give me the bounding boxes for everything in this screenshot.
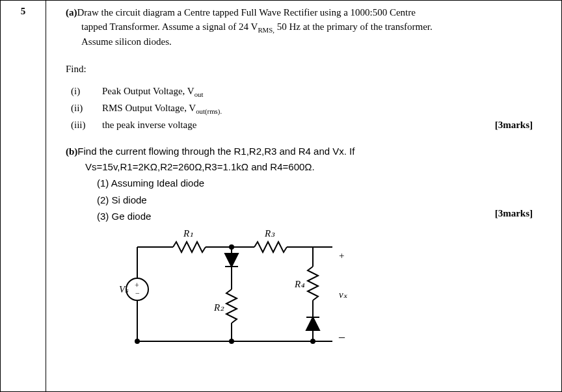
item-ii-text-a: RMS Output Voltage, V	[102, 103, 196, 113]
label-vs: Vₛ	[119, 284, 129, 294]
part-a-line2-prefix: tapped Transformer. Assume a signal of 2…	[81, 21, 258, 32]
part-b-line1: (b)Find the current flowing through the …	[66, 144, 548, 159]
find-label: Find:	[66, 62, 548, 77]
question-content: (a)Draw the circuit diagram a Centre tap…	[46, 1, 561, 391]
circuit-svg: + −	[118, 228, 365, 351]
label-minus: _	[338, 326, 345, 339]
part-b-label: (b)	[66, 146, 77, 157]
part-b-opt3: (3) Ge diode	[66, 208, 548, 225]
part-a: (a)Draw the circuit diagram a Centre tap…	[66, 6, 548, 133]
item-i: (i) Peak Output Voltage, Vout	[66, 83, 548, 100]
part-a-marks: [3marks]	[495, 117, 533, 133]
item-i-sub: out	[194, 90, 204, 98]
part-b-marks: [3marks]	[495, 208, 533, 219]
part-b-opt1: (1) Assuming Ideal diode	[66, 175, 548, 192]
item-ii-text: RMS Output Voltage, Vout(rms).	[102, 100, 222, 117]
item-ii: (ii) RMS Output Voltage, Vout(rms).	[66, 100, 548, 117]
label-vx: vₓ	[339, 289, 348, 300]
svg-point-18	[135, 339, 139, 343]
part-a-line1: Draw the circuit diagram a Centre tapped…	[77, 7, 416, 18]
part-a-text: (a)Draw the circuit diagram a Centre tap…	[66, 6, 548, 20]
question-container: 5 (a)Draw the circuit diagram a Centre t…	[0, 0, 562, 392]
label-r1: R₁	[183, 228, 193, 239]
part-a-line2-suffix: 50 Hz at the primary of the transformer.	[274, 21, 433, 32]
roman-i: (i)	[71, 83, 102, 100]
question-number: 5	[21, 6, 26, 16]
svg-marker-9	[306, 317, 319, 330]
roman-iii: (iii)	[71, 117, 102, 133]
part-a-label: (a)	[66, 7, 77, 18]
part-a-line3: Assume silicon diodes.	[66, 35, 548, 49]
item-iii-text: the peak inverse voltage	[102, 117, 196, 133]
item-ii-sub: out(rms).	[196, 107, 222, 115]
item-i-text: Peak Output Voltage, Vout	[102, 83, 203, 100]
roman-ii: (ii)	[71, 100, 102, 117]
label-r4: R₄	[294, 279, 305, 289]
part-b-line2: Vs=15v,R1=2KΩ,R2=260Ω,R3=1.1kΩ and R4=60…	[66, 159, 548, 175]
svg-marker-20	[225, 254, 238, 267]
part-b: (b)Find the current flowing through the …	[66, 144, 548, 353]
part-b-line1-text: Find the current flowing through the R1,…	[77, 146, 355, 157]
svg-point-24	[230, 339, 234, 343]
part-a-line2: tapped Transformer. Assume a signal of 2…	[66, 20, 548, 36]
label-r3: R₃	[264, 228, 275, 239]
circuit-diagram: + −	[66, 228, 548, 354]
item-iii: (iii) the peak inverse voltage [3marks]	[66, 117, 548, 133]
part-a-line2-sub: RMS,	[258, 26, 274, 34]
label-plus: +	[339, 250, 344, 261]
item-i-text-a: Peak Output Voltage, V	[102, 86, 194, 96]
part-b-opt2: (2) Si diode	[66, 192, 548, 209]
question-number-cell: 5	[1, 1, 46, 391]
label-r2: R₂	[213, 302, 224, 313]
svg-text:−: −	[135, 289, 140, 298]
